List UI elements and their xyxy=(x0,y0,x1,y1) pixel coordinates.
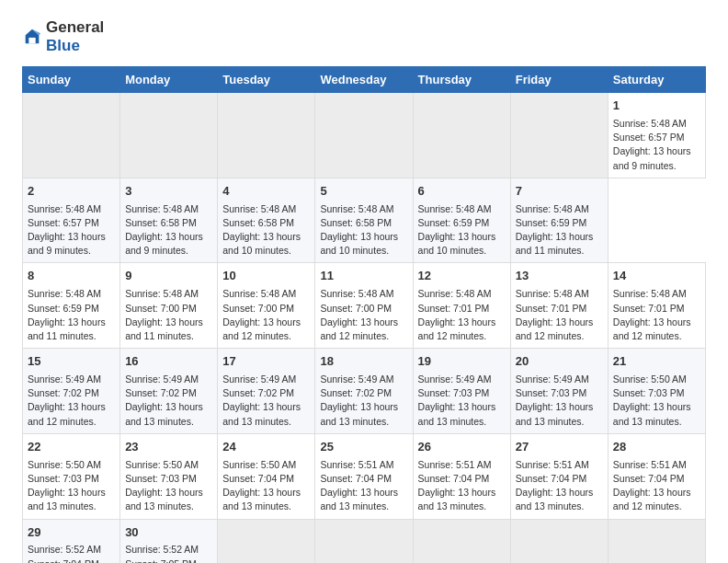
day-detail: Sunrise: 5:48 AMSunset: 6:58 PMDaylight:… xyxy=(320,202,407,259)
calendar-day-cell: 9Sunrise: 5:48 AMSunset: 7:00 PMDaylight… xyxy=(120,263,218,349)
calendar-day-cell: 29Sunrise: 5:52 AMSunset: 7:04 PMDayligh… xyxy=(23,519,120,563)
day-detail: Sunrise: 5:48 AMSunset: 6:57 PMDaylight:… xyxy=(28,202,115,259)
day-number: 10 xyxy=(222,268,310,285)
calendar-day-cell: 8Sunrise: 5:48 AMSunset: 6:59 PMDaylight… xyxy=(23,263,120,349)
day-detail: Sunrise: 5:49 AMSunset: 7:03 PMDaylight:… xyxy=(418,373,506,429)
calendar-day-cell: 17Sunrise: 5:49 AMSunset: 7:02 PMDayligh… xyxy=(218,349,315,434)
day-number: 13 xyxy=(516,268,603,285)
calendar-day-cell: 20Sunrise: 5:49 AMSunset: 7:03 PMDayligh… xyxy=(510,349,608,434)
day-detail: Sunrise: 5:48 AMSunset: 6:59 PMDaylight:… xyxy=(516,202,603,259)
calendar-day-cell: 16Sunrise: 5:49 AMSunset: 7:02 PMDayligh… xyxy=(120,349,218,434)
calendar-day-cell xyxy=(315,93,413,178)
day-detail: Sunrise: 5:52 AMSunset: 7:05 PMDaylight:… xyxy=(125,543,212,563)
day-number: 16 xyxy=(125,353,212,371)
day-detail: Sunrise: 5:48 AMSunset: 6:58 PMDaylight:… xyxy=(222,202,310,259)
day-detail: Sunrise: 5:48 AMSunset: 7:01 PMDaylight:… xyxy=(613,287,700,343)
weekday-header: Monday xyxy=(120,67,218,93)
calendar-day-cell xyxy=(315,519,413,563)
day-detail: Sunrise: 5:48 AMSunset: 7:01 PMDaylight:… xyxy=(516,287,603,343)
day-number: 5 xyxy=(320,183,407,201)
day-number: 23 xyxy=(125,439,212,456)
day-detail: Sunrise: 5:49 AMSunset: 7:02 PMDaylight:… xyxy=(125,373,212,429)
day-number: 14 xyxy=(613,268,700,285)
calendar-day-cell xyxy=(510,93,608,178)
day-detail: Sunrise: 5:49 AMSunset: 7:03 PMDaylight:… xyxy=(516,373,603,429)
calendar-day-cell: 14Sunrise: 5:48 AMSunset: 7:01 PMDayligh… xyxy=(608,263,705,349)
calendar-week-row: 2Sunrise: 5:48 AMSunset: 6:57 PMDaylight… xyxy=(23,178,706,263)
day-detail: Sunrise: 5:50 AMSunset: 7:04 PMDaylight:… xyxy=(222,458,310,514)
day-detail: Sunrise: 5:49 AMSunset: 7:02 PMDaylight:… xyxy=(320,373,407,429)
calendar-day-cell xyxy=(218,93,315,178)
calendar-day-cell: 15Sunrise: 5:49 AMSunset: 7:02 PMDayligh… xyxy=(23,349,120,434)
calendar-day-cell: 2Sunrise: 5:48 AMSunset: 6:57 PMDaylight… xyxy=(23,178,120,263)
calendar-day-cell: 10Sunrise: 5:48 AMSunset: 7:00 PMDayligh… xyxy=(218,263,315,349)
day-number: 26 xyxy=(418,439,506,456)
calendar-day-cell xyxy=(120,93,218,178)
day-detail: Sunrise: 5:48 AMSunset: 6:57 PMDaylight:… xyxy=(613,117,700,173)
header: General Blue xyxy=(22,18,706,55)
day-number: 7 xyxy=(516,183,603,201)
calendar-day-cell: 5Sunrise: 5:48 AMSunset: 6:58 PMDaylight… xyxy=(315,178,413,263)
day-detail: Sunrise: 5:51 AMSunset: 7:04 PMDaylight:… xyxy=(613,458,700,514)
svg-rect-2 xyxy=(28,38,35,43)
weekday-header: Thursday xyxy=(413,67,510,93)
day-number: 22 xyxy=(28,439,115,456)
calendar-day-cell xyxy=(510,519,608,563)
calendar-day-cell: 3Sunrise: 5:48 AMSunset: 6:58 PMDaylight… xyxy=(120,178,218,263)
calendar-day-cell xyxy=(608,519,705,563)
day-detail: Sunrise: 5:51 AMSunset: 7:04 PMDaylight:… xyxy=(516,458,603,514)
day-number: 29 xyxy=(28,524,115,542)
day-detail: Sunrise: 5:48 AMSunset: 7:00 PMDaylight:… xyxy=(222,287,310,343)
calendar-day-cell xyxy=(23,93,120,178)
day-number: 2 xyxy=(28,183,115,201)
day-detail: Sunrise: 5:48 AMSunset: 6:58 PMDaylight:… xyxy=(125,202,212,259)
day-number: 9 xyxy=(125,268,212,285)
calendar-day-cell: 18Sunrise: 5:49 AMSunset: 7:02 PMDayligh… xyxy=(315,349,413,434)
day-number: 27 xyxy=(516,439,603,456)
calendar-week-row: 1Sunrise: 5:48 AMSunset: 6:57 PMDaylight… xyxy=(23,93,706,178)
calendar-day-cell xyxy=(413,519,510,563)
day-number: 17 xyxy=(222,353,310,371)
weekday-header: Sunday xyxy=(23,67,120,93)
weekday-header: Saturday xyxy=(608,67,705,93)
calendar-day-cell: 6Sunrise: 5:48 AMSunset: 6:59 PMDaylight… xyxy=(413,178,510,263)
day-number: 11 xyxy=(320,268,407,285)
day-detail: Sunrise: 5:48 AMSunset: 7:00 PMDaylight:… xyxy=(320,287,407,343)
day-number: 19 xyxy=(418,353,506,371)
day-number: 8 xyxy=(28,268,115,285)
day-number: 12 xyxy=(418,268,506,285)
calendar-day-cell: 22Sunrise: 5:50 AMSunset: 7:03 PMDayligh… xyxy=(23,433,120,519)
day-number: 25 xyxy=(320,439,407,456)
calendar-week-row: 15Sunrise: 5:49 AMSunset: 7:02 PMDayligh… xyxy=(23,349,706,434)
day-number: 15 xyxy=(28,353,115,371)
weekday-header: Friday xyxy=(510,67,608,93)
logo-icon xyxy=(22,27,42,47)
day-number: 21 xyxy=(613,353,700,371)
day-detail: Sunrise: 5:51 AMSunset: 7:04 PMDaylight:… xyxy=(418,458,506,514)
calendar-day-cell: 7Sunrise: 5:48 AMSunset: 6:59 PMDaylight… xyxy=(510,178,608,263)
day-detail: Sunrise: 5:50 AMSunset: 7:03 PMDaylight:… xyxy=(125,458,212,514)
calendar-day-cell: 23Sunrise: 5:50 AMSunset: 7:03 PMDayligh… xyxy=(120,433,218,519)
weekday-header: Wednesday xyxy=(315,67,413,93)
day-detail: Sunrise: 5:50 AMSunset: 7:03 PMDaylight:… xyxy=(28,458,115,514)
day-detail: Sunrise: 5:48 AMSunset: 7:01 PMDaylight:… xyxy=(418,287,506,343)
day-detail: Sunrise: 5:51 AMSunset: 7:04 PMDaylight:… xyxy=(320,458,407,514)
calendar-day-cell xyxy=(218,519,315,563)
calendar-day-cell: 28Sunrise: 5:51 AMSunset: 7:04 PMDayligh… xyxy=(608,433,705,519)
day-detail: Sunrise: 5:48 AMSunset: 6:59 PMDaylight:… xyxy=(418,202,506,259)
calendar-day-cell: 21Sunrise: 5:50 AMSunset: 7:03 PMDayligh… xyxy=(608,349,705,434)
day-number: 24 xyxy=(222,439,310,456)
day-number: 30 xyxy=(125,524,212,542)
day-detail: Sunrise: 5:49 AMSunset: 7:02 PMDaylight:… xyxy=(28,373,115,429)
calendar-day-cell: 26Sunrise: 5:51 AMSunset: 7:04 PMDayligh… xyxy=(413,433,510,519)
day-number: 1 xyxy=(613,98,700,115)
calendar-day-cell: 1Sunrise: 5:48 AMSunset: 6:57 PMDaylight… xyxy=(608,93,705,178)
weekday-header: Tuesday xyxy=(218,67,315,93)
day-number: 28 xyxy=(613,439,700,456)
calendar-day-cell: 30Sunrise: 5:52 AMSunset: 7:05 PMDayligh… xyxy=(120,519,218,563)
day-detail: Sunrise: 5:49 AMSunset: 7:02 PMDaylight:… xyxy=(222,373,310,429)
calendar-day-cell: 27Sunrise: 5:51 AMSunset: 7:04 PMDayligh… xyxy=(510,433,608,519)
calendar-day-cell: 19Sunrise: 5:49 AMSunset: 7:03 PMDayligh… xyxy=(413,349,510,434)
day-detail: Sunrise: 5:52 AMSunset: 7:04 PMDaylight:… xyxy=(28,543,115,563)
day-detail: Sunrise: 5:48 AMSunset: 7:00 PMDaylight:… xyxy=(125,287,212,343)
